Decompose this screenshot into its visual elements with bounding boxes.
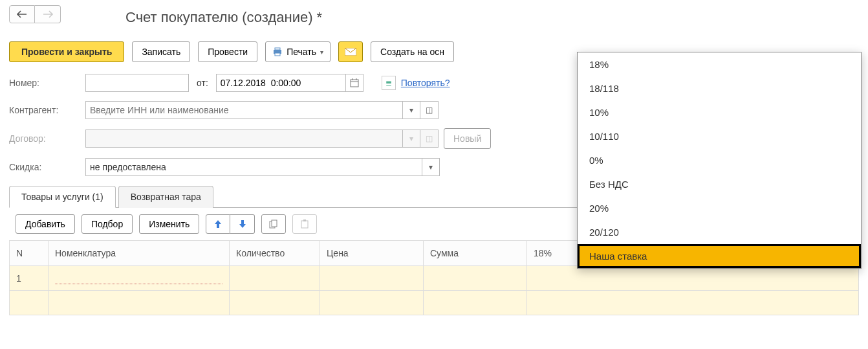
post-button[interactable]: Провести [198,41,257,62]
svg-rect-4 [351,80,358,87]
post-and-close-button[interactable]: Провести и закрыть [9,41,124,62]
svg-rect-9 [272,220,277,227]
cell-qty[interactable] [230,266,320,291]
table-row[interactable]: 1 [10,266,859,291]
counterparty-input[interactable] [85,101,402,119]
arrow-down-icon [239,220,246,229]
contract-input [85,129,402,148]
move-up-button[interactable] [206,214,230,234]
cell-sum[interactable] [424,266,527,291]
vat-value: 18% [534,248,552,258]
calendar-icon [350,78,359,87]
discount-dropdown-button[interactable]: ▾ [422,158,440,176]
nav-buttons [9,5,61,23]
arrow-up-icon [214,220,222,229]
counterparty-dropdown-button[interactable]: ▾ [402,101,420,119]
vat-option[interactable]: 20% [578,196,861,220]
copy-button[interactable] [261,214,286,234]
back-button[interactable] [9,5,35,23]
discount-group: не предоставлена ▾ [85,158,440,176]
edit-button[interactable]: Изменить [139,214,199,234]
add-button[interactable]: Добавить [16,214,75,234]
svg-rect-2 [275,53,280,56]
vat-option[interactable]: 0% [578,148,861,172]
vat-option[interactable]: 18% [578,52,861,76]
tab-tare[interactable]: Возвратная тара [118,186,213,208]
doc-icon[interactable]: ≣ [382,76,396,90]
cell-vat[interactable] [527,266,859,291]
pick-button[interactable]: Подбор [81,214,133,234]
table-row-empty [10,291,859,315]
counterparty-open-button[interactable]: ◫ [420,101,439,119]
number-input[interactable] [85,74,189,92]
label-from: от: [197,78,208,88]
col-sum[interactable]: Сумма [424,241,527,266]
print-label: Печать [287,47,316,57]
paste-button [292,214,317,234]
copy-icon [269,220,278,229]
cell-n[interactable]: 1 [10,266,49,291]
page-title: Счет покупателю (создание) * [125,9,322,26]
discount-value[interactable]: не предоставлена [85,158,422,176]
create-based-button[interactable]: Создать на осн [371,41,454,62]
new-contract-button[interactable]: Новый [444,128,491,149]
vat-option[interactable]: 18/118 [578,76,861,100]
chevron-down-icon: ▾ [429,163,433,172]
mail-button[interactable] [338,41,363,62]
contract-group: ▾ ◫ [85,129,439,148]
move-down-button[interactable] [230,214,255,234]
save-button[interactable]: Записать [132,41,190,62]
calendar-button[interactable] [345,74,363,92]
vat-option[interactable]: 10% [578,100,861,124]
col-qty[interactable]: Количество [230,241,320,266]
col-n[interactable]: N [10,241,49,266]
svg-rect-1 [275,48,280,50]
title-bar: Счет покупателю (создание) * [9,5,859,30]
printer-icon [272,47,283,56]
envelope-icon [345,48,356,56]
chevron-down-icon: ▾ [409,106,413,115]
vat-option[interactable]: Наша ставка [578,244,861,268]
contract-open-button: ◫ [420,129,439,148]
cell-price[interactable] [320,266,424,291]
tab-goods[interactable]: Товары и услуги (1) [9,186,116,208]
open-icon: ◫ [426,106,433,115]
vat-dropdown-panel: 18%18/11810%10/1100%Без НДС20%20/120Наша… [577,52,862,269]
label-number: Номер: [9,78,80,88]
vat-option[interactable]: Без НДС [578,172,861,196]
label-discount: Скидка: [9,162,80,172]
label-contract: Договор: [9,133,80,144]
vat-option[interactable]: 10/110 [578,124,861,148]
col-price[interactable]: Цена [320,241,424,266]
counterparty-group: ▾ ◫ [85,101,439,119]
create-based-label: Создать на осн [380,47,444,57]
date-input[interactable] [216,74,345,92]
contract-dropdown-button: ▾ [402,129,420,148]
svg-rect-11 [303,220,306,221]
cell-nomenclature[interactable] [49,266,230,291]
chevron-down-icon: ▾ [320,49,323,56]
paste-icon [300,220,309,229]
label-counterparty: Контрагент: [9,105,80,115]
repeat-link[interactable]: Повторять? [401,78,450,88]
col-nomenclature[interactable]: Номенклатура [49,241,230,266]
forward-button[interactable] [35,5,61,23]
svg-rect-10 [301,221,308,228]
print-button[interactable]: Печать ▾ [265,41,331,62]
date-group [216,74,363,92]
vat-option[interactable]: 20/120 [578,220,861,244]
